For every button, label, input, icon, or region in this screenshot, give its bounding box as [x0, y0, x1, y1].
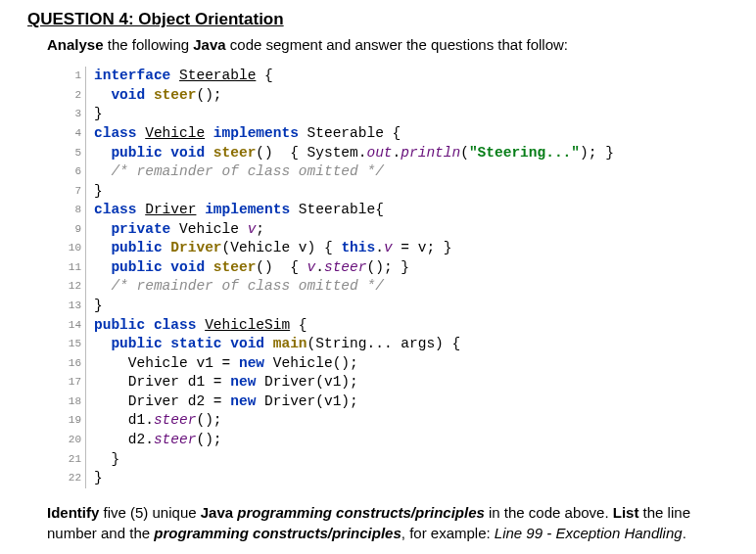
code-line-8: 8class Driver implements Steerable{ — [65, 201, 689, 220]
outro-example: Line 99 - Exception Handling — [495, 525, 683, 541]
code-line-4: 4class Vehicle implements Steerable { — [65, 124, 689, 144]
line-number: 9 — [65, 220, 86, 240]
code-line-3: 3} — [65, 105, 689, 124]
outro-constructs: programming constructs/principles — [237, 504, 485, 521]
code-line-5: 5 public void steer() { System.out.print… — [65, 144, 689, 163]
question-title: QUESTION 4: Object Orientation — [27, 10, 729, 29]
code-line-9: 9 private Vehicle v; — [65, 220, 689, 240]
instructions-paragraph: Identify five (5) unique Java programmin… — [47, 502, 729, 543]
line-number: 20 — [65, 431, 86, 450]
line-number: 10 — [65, 239, 86, 258]
code-line-7: 7} — [65, 182, 689, 202]
line-number: 6 — [65, 162, 86, 182]
outro-word-java: Java — [201, 504, 233, 521]
code-line-15: 15 public static void main(String... arg… — [65, 335, 689, 354]
intro-text-tail: code segment and answer the questions th… — [226, 36, 568, 53]
intro-paragraph: Analyse the following Java code segment … — [47, 35, 729, 55]
code-line-22: 22} — [65, 469, 689, 488]
line-number: 22 — [65, 469, 86, 488]
line-number: 5 — [65, 144, 86, 163]
code-block: 1interface Steerable { 2 void steer(); 3… — [65, 67, 689, 487]
code-line-18: 18 Driver d2 = new Driver(v1); — [65, 392, 689, 412]
outro-word-identify: Identify — [47, 504, 99, 521]
intro-word-java: Java — [193, 36, 225, 53]
line-number: 2 — [65, 86, 86, 106]
intro-text: the following — [104, 36, 194, 53]
line-number: 19 — [65, 411, 86, 431]
line-number: 3 — [65, 105, 86, 124]
code-line-19: 19 d1.steer(); — [65, 411, 689, 431]
code-line-16: 16 Vehicle v1 = new Vehicle(); — [65, 354, 689, 374]
intro-word-analyse: Analyse — [47, 36, 104, 53]
code-line-10: 10 public Driver(Vehicle v) { this.v = v… — [65, 239, 689, 258]
line-number: 4 — [65, 124, 86, 144]
code-line-13: 13} — [65, 297, 689, 316]
code-line-11: 11 public void steer() { v.steer(); } — [65, 258, 689, 278]
line-number: 17 — [65, 373, 86, 392]
code-line-17: 17 Driver d1 = new Driver(v1); — [65, 373, 689, 392]
line-number: 15 — [65, 335, 86, 354]
line-number: 18 — [65, 392, 86, 412]
code-line-21: 21 } — [65, 450, 689, 470]
line-number: 13 — [65, 297, 86, 316]
code-line-6: 6 /* remainder of class omitted */ — [65, 162, 689, 182]
code-line-20: 20 d2.steer(); — [65, 431, 689, 450]
line-number: 1 — [65, 67, 86, 86]
code-line-12: 12 /* remainder of class omitted */ — [65, 277, 689, 297]
code-line-2: 2 void steer(); — [65, 86, 689, 106]
outro-text: five (5) unique — [99, 504, 200, 521]
line-number: 11 — [65, 258, 86, 278]
code-line-14: 14public class VehicleSim { — [65, 316, 689, 336]
code-line-1: 1interface Steerable { — [65, 67, 689, 86]
outro-constructs-2: programming constructs/principles — [154, 525, 402, 541]
line-number: 8 — [65, 201, 86, 220]
line-number: 12 — [65, 277, 86, 297]
line-number: 16 — [65, 354, 86, 374]
outro-word-list: List — [613, 504, 639, 521]
line-number: 21 — [65, 450, 86, 470]
line-number: 7 — [65, 182, 86, 202]
line-number: 14 — [65, 316, 86, 336]
